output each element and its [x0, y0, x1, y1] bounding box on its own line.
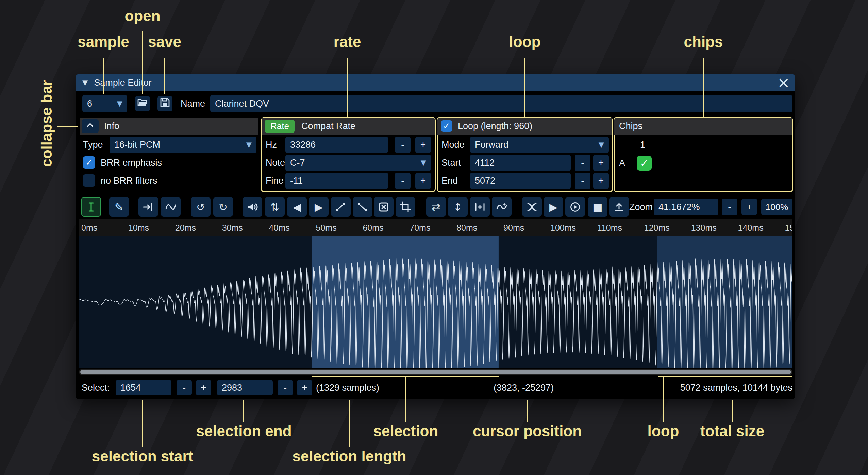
plus-icon: +: [598, 175, 604, 186]
plus-icon: +: [420, 139, 426, 150]
selection-start-plus-button[interactable]: +: [196, 380, 211, 395]
chips-panel-header: Chips: [614, 118, 792, 135]
sample-number-dropdown[interactable]: 6 ▼: [82, 95, 127, 112]
zoom-reset-button[interactable]: 100%: [761, 199, 792, 215]
minus-icon: -: [401, 139, 404, 150]
fine-plus-button[interactable]: +: [415, 173, 431, 189]
plus-icon: +: [201, 382, 206, 393]
name-label: Name: [181, 95, 205, 112]
export-button[interactable]: [609, 197, 629, 217]
fade-in-icon: [335, 201, 346, 212]
open-button[interactable]: [135, 96, 150, 111]
ruler-label: 60ms: [363, 223, 383, 233]
zoom-minus-button[interactable]: -: [722, 199, 737, 215]
sample-number-value: 6: [87, 99, 92, 109]
loop-start-input[interactable]: 4112: [470, 155, 571, 171]
annotation-loop-bottom: loop: [648, 423, 679, 440]
ruler-label: 100ms: [550, 223, 576, 233]
annotation-selection-length: selection length: [293, 448, 406, 465]
invert-button[interactable]: ↕: [448, 197, 468, 217]
fade-out-button[interactable]: [353, 197, 372, 217]
redo-icon: ↻: [219, 201, 228, 213]
loop-mode-label: Mode: [441, 137, 465, 153]
no-brr-filters-checkbox[interactable]: [83, 174, 95, 187]
zoom-input[interactable]: 41.1672%: [654, 199, 718, 215]
undo-icon: ↺: [196, 201, 205, 213]
loop-end-minus-button[interactable]: -: [575, 173, 590, 189]
rate-panel-title: Compat Rate: [301, 121, 355, 131]
fine-minus-button[interactable]: -: [395, 173, 411, 189]
selection-start-minus-button[interactable]: -: [177, 380, 192, 395]
hz-input[interactable]: 33286: [285, 137, 388, 153]
annotation-line-loop-bottom: [663, 376, 664, 422]
plus-icon: +: [747, 201, 752, 212]
window-collapse-icon[interactable]: ▼: [82, 78, 88, 87]
selection-end-minus-button[interactable]: -: [278, 380, 293, 395]
annotation-line-selection-end: [243, 400, 244, 422]
fade-out-icon: [357, 201, 368, 212]
annotation-line-total-size: [732, 400, 733, 422]
chip-enable-checkbox[interactable]: ✓: [637, 156, 652, 171]
fade-in-button[interactable]: [331, 197, 351, 217]
resample-button[interactable]: [161, 197, 181, 217]
amplify-button[interactable]: [243, 197, 262, 217]
draw-button[interactable]: ✎: [109, 197, 129, 217]
ruler-label: 140ms: [738, 223, 764, 233]
select-label: Select:: [82, 380, 110, 395]
forward-button[interactable]: ▶: [309, 197, 329, 217]
brr-emphasis-checkbox[interactable]: ✓: [83, 156, 95, 169]
ruler-label: 120ms: [644, 223, 670, 233]
filter-button[interactable]: [492, 197, 512, 217]
fine-input[interactable]: -11: [285, 173, 388, 189]
loop-end-input[interactable]: 5072: [470, 173, 571, 189]
hz-plus-button[interactable]: +: [415, 137, 431, 153]
loop-end-plus-button[interactable]: +: [593, 173, 609, 189]
save-icon: [160, 97, 170, 110]
collapse-bar-button[interactable]: [82, 119, 99, 133]
insert-button[interactable]: [470, 197, 490, 217]
note-dropdown[interactable]: C-7 ▼: [285, 155, 431, 171]
edit-cursor-button[interactable]: [81, 197, 101, 217]
loop-enable-checkbox[interactable]: ✓: [441, 120, 452, 132]
selection-start-input[interactable]: 1654: [116, 380, 171, 395]
loop-mode-dropdown[interactable]: Forward ▼: [470, 137, 609, 153]
cursor-position-text: (3823, -25297): [494, 380, 554, 395]
crossfade-button[interactable]: [522, 197, 542, 217]
preview-button[interactable]: ▶: [544, 197, 563, 217]
trim-button[interactable]: [396, 197, 415, 217]
ruler-label: 50ms: [316, 223, 337, 233]
selection-end-value: 2983: [222, 383, 242, 393]
loop-start-minus-button[interactable]: -: [575, 155, 590, 171]
chip-row-label: A: [619, 156, 625, 171]
name-input[interactable]: Clarinet DQV: [210, 95, 792, 112]
zoom-plus-button[interactable]: +: [741, 199, 757, 215]
selection-end-plus-button[interactable]: +: [297, 380, 312, 395]
minus-icon: -: [401, 175, 404, 186]
plus-icon: +: [420, 175, 426, 186]
selection-end-input[interactable]: 2983: [217, 380, 273, 395]
type-dropdown[interactable]: 16-bit PCM ▼: [110, 137, 256, 153]
close-icon[interactable]: ×: [775, 74, 792, 91]
normalize-button[interactable]: ⇅: [265, 197, 285, 217]
flip-button[interactable]: ⇄: [426, 197, 446, 217]
ruler-label: 110ms: [597, 223, 622, 233]
waveform-display[interactable]: [79, 236, 792, 368]
save-button[interactable]: [157, 96, 172, 111]
hz-minus-button[interactable]: -: [395, 137, 411, 153]
chevron-up-icon: [85, 120, 95, 132]
window-titlebar[interactable]: ▼ Sample Editor ×: [76, 74, 795, 91]
redo-button[interactable]: ↻: [213, 197, 233, 217]
annotation-rate: rate: [334, 33, 361, 50]
resize-button[interactable]: [138, 197, 158, 217]
check-icon: ✓: [640, 157, 648, 169]
waveform-scrollbar-thumb[interactable]: [80, 370, 791, 374]
stop-button[interactable]: ■: [588, 197, 607, 217]
undo-button[interactable]: ↺: [191, 197, 211, 217]
preview-note-button[interactable]: [565, 197, 585, 217]
loop-start-plus-button[interactable]: +: [593, 155, 609, 171]
reverse-button[interactable]: ◀: [287, 197, 307, 217]
time-ruler[interactable]: 0ms10ms20ms30ms40ms50ms60ms70ms80ms90ms1…: [79, 219, 792, 236]
annotation-open: open: [124, 7, 160, 24]
silence-button[interactable]: [374, 197, 394, 217]
waveform-scrollbar[interactable]: [79, 369, 792, 375]
